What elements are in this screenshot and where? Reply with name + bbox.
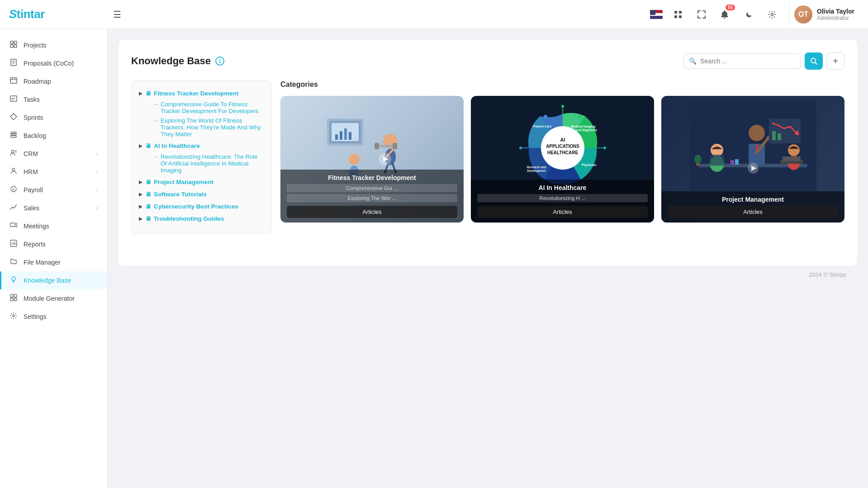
moon-icon xyxy=(745,10,753,19)
cat-bg-ai: AI APPLICATIONS HEALTHCARE Medical Imagi… xyxy=(471,96,654,223)
sidebar-item-hrm[interactable]: HRM › xyxy=(0,163,107,181)
btn-articles-pm[interactable]: Articles xyxy=(668,206,838,218)
reports-icon xyxy=(9,240,18,249)
sidebar-item-reports[interactable]: Reports xyxy=(0,235,107,253)
tree-subitem-fitness-1[interactable]: — Comprehensive Guide To Fitness Tracker… xyxy=(153,99,264,116)
sidebar-item-payroll[interactable]: $ Payroll › xyxy=(0,181,107,199)
svg-text:Research and: Research and xyxy=(526,166,546,169)
expand-icon-btn[interactable] xyxy=(693,6,710,23)
category-card-ai[interactable]: AI APPLICATIONS HEALTHCARE Medical Imagi… xyxy=(471,96,654,223)
kb-tree: ▶ 🖥 Fitness Tracker Development — Compre… xyxy=(131,81,271,233)
sidebar-label-sprints: Sprints xyxy=(24,114,43,121)
btn-articles-fitness[interactable]: Articles xyxy=(287,206,457,218)
expand-icon xyxy=(697,10,706,19)
svg-point-41 xyxy=(13,315,14,317)
avatar: OT xyxy=(794,5,812,24)
sidebar: Projects Proposals (CoCo) Roadmap Tasks … xyxy=(0,29,108,488)
sidebar-item-tasks[interactable]: Tasks xyxy=(0,90,107,109)
tree-arrow-cyber: ▶ xyxy=(139,204,142,209)
user-profile[interactable]: OT Olivia Taylor Administrator xyxy=(789,3,859,26)
svg-rect-5 xyxy=(10,41,13,44)
tree-item-ai: ▶ 🖥 AI In Healthcare — Revolutionizing H… xyxy=(139,141,264,175)
svg-rect-49 xyxy=(344,128,347,140)
header-right: 55 OT Olivia Taylor Administrator xyxy=(650,3,859,26)
main-layout: Projects Proposals (CoCo) Roadmap Tasks … xyxy=(0,29,868,488)
sidebar-item-meetings[interactable]: Meetings xyxy=(0,217,107,235)
sidebar-item-backlog[interactable]: Backlog xyxy=(0,127,107,145)
tree-subitems-ai: — Revolutionizing Healthcare: The Role O… xyxy=(139,152,264,175)
tree-dot-2: — xyxy=(153,118,158,123)
search-input-icon: 🔍 xyxy=(689,57,697,65)
sidebar-item-settings[interactable]: Settings xyxy=(0,308,107,326)
sidebar-label-settings: Settings xyxy=(24,313,47,320)
sidebar-item-knowledge-base[interactable]: Knowledge Base xyxy=(0,271,107,289)
svg-rect-0 xyxy=(674,11,677,14)
bell-icon xyxy=(721,10,729,19)
tree-arrow-fitness: ▶ xyxy=(139,91,142,96)
search-btn-icon xyxy=(810,57,817,65)
tree-cat-label-cyber: Cybersecurity Best Practices xyxy=(154,203,238,210)
grid-icon-btn[interactable] xyxy=(670,6,686,23)
svg-rect-2 xyxy=(674,15,677,18)
category-card-fitness[interactable]: Fitness Tracker Development Comprehensiv… xyxy=(280,96,464,223)
knowledge-base-card: Knowledge Base i 🔍 + xyxy=(119,40,857,266)
tree-category-pm[interactable]: ▶ 🖥 Project Management xyxy=(139,177,264,187)
page-header: Knowledge Base i 🔍 + xyxy=(131,52,844,70)
search-input[interactable] xyxy=(683,53,801,69)
dark-mode-btn[interactable] xyxy=(740,6,757,23)
sidebar-label-knowledge-base: Knowledge Base xyxy=(24,277,71,284)
tree-arrow-pm: ▶ xyxy=(139,180,142,185)
hrm-icon xyxy=(9,167,18,176)
sidebar-item-module-generator[interactable]: Module Generator xyxy=(0,289,107,308)
sidebar-item-crm[interactable]: CRM › xyxy=(0,145,107,163)
user-info: Olivia Taylor Administrator xyxy=(817,8,854,21)
svg-text:Development: Development xyxy=(527,169,546,173)
settings-icon-btn[interactable] xyxy=(764,6,780,23)
pm-svg xyxy=(690,100,816,191)
svg-point-80 xyxy=(561,105,564,108)
logo: Stintar xyxy=(9,7,45,21)
kb-content: ▶ 🖥 Fitness Tracker Development — Compre… xyxy=(131,81,844,233)
search-button[interactable] xyxy=(805,52,823,70)
tree-cat-icon-fitness: 🖥 xyxy=(145,90,151,97)
cat-name-fitness: Fitness Tracker Development xyxy=(287,174,457,181)
tree-item-trouble: ▶ 🖥 Troubleshooting Guides xyxy=(139,213,264,224)
svg-rect-6 xyxy=(14,41,17,44)
crm-arrow: › xyxy=(96,151,98,157)
tree-cat-icon-cyber: 🖥 xyxy=(145,203,151,210)
sidebar-label-payroll: Payroll xyxy=(24,186,43,194)
flag-icon[interactable] xyxy=(650,10,663,19)
tree-item-pm: ▶ 🖥 Project Management xyxy=(139,177,264,187)
info-icon[interactable]: i xyxy=(215,57,224,66)
svg-rect-19 xyxy=(11,136,16,137)
sales-arrow: › xyxy=(96,205,98,211)
hamburger-icon[interactable]: ☰ xyxy=(113,9,121,20)
user-role: Administrator xyxy=(817,15,854,21)
add-button[interactable]: + xyxy=(826,52,844,70)
notification-btn[interactable]: 55 xyxy=(717,6,733,23)
tree-category-ai[interactable]: ▶ 🖥 AI In Healthcare xyxy=(139,141,264,151)
tree-category-sw[interactable]: ▶ 🖥 Software Tutorials xyxy=(139,189,264,199)
svg-rect-47 xyxy=(335,134,338,140)
sidebar-item-roadmap[interactable]: Roadmap xyxy=(0,72,107,90)
sidebar-item-sprints[interactable]: Sprints xyxy=(0,109,107,127)
tree-subitem-ai-1[interactable]: — Revolutionizing Healthcare: The Role O… xyxy=(153,152,264,175)
cat-articles-row-fitness: Comprehensive Gui ... Exploring The Wor … xyxy=(287,184,457,202)
sidebar-item-proposals[interactable]: Proposals (CoCo) xyxy=(0,54,107,72)
page-title-area: Knowledge Base i xyxy=(131,55,224,67)
cat-articles-row-ai: Revolutionizing H ... xyxy=(477,194,648,202)
category-card-pm[interactable]: Project Management Articles xyxy=(661,96,844,223)
btn-articles-ai[interactable]: Articles xyxy=(477,206,648,218)
sidebar-item-projects[interactable]: Projects xyxy=(0,36,107,54)
sales-icon xyxy=(9,204,18,213)
svg-rect-37 xyxy=(10,294,13,297)
tree-category-fitness[interactable]: ▶ 🖥 Fitness Tracker Development xyxy=(139,88,264,99)
sidebar-item-sales[interactable]: Sales › xyxy=(0,199,107,217)
hrm-arrow: › xyxy=(96,169,98,175)
sidebar-label-backlog: Backlog xyxy=(24,132,46,139)
tree-subitem-fitness-2[interactable]: — Exploring The World Of Fitness Tracker… xyxy=(153,116,264,139)
tree-category-trouble[interactable]: ▶ 🖥 Troubleshooting Guides xyxy=(139,213,264,224)
payroll-arrow: › xyxy=(96,187,98,193)
tree-category-cyber[interactable]: ▶ 🖥 Cybersecurity Best Practices xyxy=(139,201,264,212)
sidebar-item-file-manager[interactable]: File Manager xyxy=(0,253,107,271)
